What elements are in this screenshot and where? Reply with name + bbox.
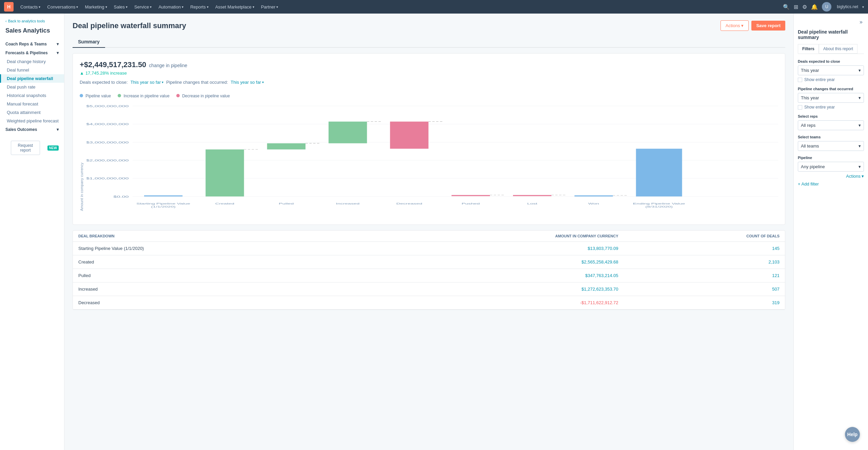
svg-text:(1/1/2020): (1/1/2020) bbox=[151, 206, 176, 208]
stat-value: +$2,449,517,231.50 bbox=[80, 60, 146, 69]
row-label: Pulled bbox=[73, 269, 353, 282]
table-row: Increased $1,272,623,353.70 507 bbox=[73, 282, 785, 296]
svg-text:$3,000,000,000: $3,000,000,000 bbox=[86, 141, 129, 144]
legend-dot-green bbox=[118, 94, 121, 97]
account-chevron-icon: ▾ bbox=[862, 5, 864, 9]
sidebar-section-coach-reps[interactable]: Coach Reps & Teams ▾ bbox=[0, 40, 64, 48]
nav-conversations[interactable]: Conversations ▾ bbox=[44, 3, 81, 11]
rp-pipeline-select[interactable]: Any pipeline ▾ bbox=[798, 162, 864, 172]
expand-panel-button[interactable]: » bbox=[858, 18, 864, 26]
back-link[interactable]: ‹ Back to analytics tools bbox=[0, 19, 64, 27]
sidebar-item-manual-forecast[interactable]: Manual forecast bbox=[0, 100, 64, 108]
row-amount: $347,763,214.05 bbox=[353, 269, 624, 282]
svg-text:Pushed: Pushed bbox=[461, 202, 480, 205]
row-count: 319 bbox=[624, 296, 785, 310]
nav-reports[interactable]: Reports ▾ bbox=[188, 3, 211, 11]
rp-show-entire-year-2-row: Show entire year bbox=[798, 105, 864, 110]
sidebar-item-deal-push-rate[interactable]: Deal push rate bbox=[0, 83, 64, 91]
save-report-button[interactable]: Save report bbox=[751, 21, 785, 31]
rp-actions-link[interactable]: Actions ▾ bbox=[798, 174, 864, 179]
sidebar-item-historical-snapshots[interactable]: Historical snapshots bbox=[0, 91, 64, 100]
row-count: 2,103 bbox=[624, 255, 785, 269]
nav-automation[interactable]: Automation ▾ bbox=[156, 3, 186, 11]
hubspot-logo[interactable]: H bbox=[4, 2, 14, 12]
rp-tab-filters[interactable]: Filters bbox=[798, 44, 819, 54]
rp-add-filter-button[interactable]: + Add filter bbox=[798, 181, 864, 187]
tab-summary[interactable]: Summary bbox=[73, 36, 105, 48]
sidebar-item-deal-pipeline-waterfall[interactable]: Deal pipeline waterfall bbox=[0, 74, 64, 83]
chevron-down-icon: ▾ bbox=[741, 23, 744, 28]
chevron-down-icon: ▾ bbox=[39, 5, 40, 9]
main-content: Deal pipeline waterfall summary Actions … bbox=[64, 14, 793, 450]
sidebar-section-sales-outcomes[interactable]: Sales Outcomes ▾ bbox=[0, 125, 64, 134]
filter-occurred[interactable]: This year so far ▾ bbox=[231, 80, 264, 85]
apps-icon[interactable]: ⊞ bbox=[794, 4, 798, 10]
show-entire-year-2-checkbox[interactable] bbox=[798, 105, 802, 110]
svg-rect-36 bbox=[636, 149, 682, 197]
rp-tab-about[interactable]: About this report bbox=[819, 44, 857, 54]
avatar[interactable]: U bbox=[822, 2, 831, 12]
sidebar-item-deal-funnel[interactable]: Deal funnel bbox=[0, 66, 64, 74]
chevron-down-icon: ▾ bbox=[862, 174, 864, 179]
new-badge: NEW bbox=[47, 145, 59, 151]
help-button[interactable]: Help bbox=[845, 427, 860, 442]
chevron-icon: ▾ bbox=[57, 42, 59, 46]
sidebar-item-deal-change-history[interactable]: Deal change history bbox=[0, 57, 64, 66]
sidebar-item-weighted-pipeline-forecast[interactable]: Weighted pipeline forecast bbox=[0, 117, 64, 125]
actions-button[interactable]: Actions ▾ bbox=[721, 20, 749, 31]
deal-breakdown-table: DEAL BREAKDOWN AMOUNT IN COMPANY CURRENC… bbox=[73, 231, 785, 310]
page-title: Deal pipeline waterfall summary bbox=[73, 21, 186, 30]
nav-contacts[interactable]: Contacts ▾ bbox=[18, 3, 43, 11]
nav-service[interactable]: Service ▾ bbox=[132, 3, 154, 11]
chevron-down-icon: ▾ bbox=[262, 80, 264, 84]
svg-text:Created: Created bbox=[215, 202, 234, 205]
request-report-button[interactable]: Request report bbox=[11, 141, 40, 155]
table-row: Starting Pipeline Value (1/1/2020) $13,8… bbox=[73, 242, 785, 255]
stat-label: change in pipeline bbox=[149, 63, 187, 68]
legend-decrease: Decrease in pipeline value bbox=[176, 94, 230, 98]
filter-prefix: Deals expected to close: bbox=[80, 80, 128, 85]
legend-dot-pink bbox=[176, 94, 180, 97]
nav-sales[interactable]: Sales ▾ bbox=[111, 3, 131, 11]
rp-select-teams-select[interactable]: All teams ▾ bbox=[798, 141, 864, 151]
nav-partner[interactable]: Partner ▾ bbox=[258, 3, 281, 11]
svg-text:Won: Won bbox=[588, 202, 599, 205]
row-label: Decreased bbox=[73, 296, 353, 310]
svg-rect-27 bbox=[452, 195, 490, 196]
table-row: Decreased -$1,711,622,912.72 319 bbox=[73, 296, 785, 310]
rp-deals-expected-select[interactable]: This year ▾ bbox=[798, 65, 864, 75]
show-entire-year-1-checkbox[interactable] bbox=[798, 78, 802, 82]
sidebar: ‹ Back to analytics tools Sales Analytic… bbox=[0, 14, 64, 450]
chevron-down-icon: ▾ bbox=[162, 80, 163, 84]
chevron-down-icon: ▾ bbox=[207, 5, 209, 9]
domain-label: biglytics.net bbox=[837, 4, 858, 9]
header-actions: Actions ▾ Save report bbox=[721, 20, 785, 31]
rp-select-reps-label: Select reps bbox=[798, 114, 864, 118]
sidebar-item-quota-attainment[interactable]: Quota attainment bbox=[0, 108, 64, 117]
svg-text:Increased: Increased bbox=[336, 202, 360, 205]
row-amount: $13,803,770.09 bbox=[353, 242, 624, 255]
chevron-down-icon: ▾ bbox=[276, 5, 278, 9]
legend-dot-blue bbox=[80, 94, 83, 97]
svg-text:Ending Pipeline Value: Ending Pipeline Value bbox=[633, 202, 685, 205]
search-icon[interactable]: 🔍 bbox=[783, 4, 790, 10]
row-amount: $2,565,258,429.68 bbox=[353, 255, 624, 269]
row-count: 121 bbox=[624, 269, 785, 282]
right-panel-tabs: Filters About this report bbox=[798, 44, 864, 54]
nav-marketing[interactable]: Marketing ▾ bbox=[82, 3, 110, 11]
rp-pipeline-changes-select[interactable]: This year ▾ bbox=[798, 93, 864, 103]
rp-select-reps-select[interactable]: All reps ▾ bbox=[798, 120, 864, 130]
chevron-down-icon: ▾ bbox=[150, 5, 152, 9]
notification-icon[interactable]: 🔔 bbox=[811, 4, 818, 10]
sidebar-section-forecasts[interactable]: Forecasts & Pipelines ▾ bbox=[0, 48, 64, 57]
chevron-down-icon: ▾ bbox=[859, 95, 861, 100]
chevron-down-icon: ▾ bbox=[126, 5, 127, 9]
nav-asset-marketplace[interactable]: Asset Marketplace ▾ bbox=[213, 3, 257, 11]
filter-expected-close[interactable]: This year so far ▾ bbox=[131, 80, 164, 85]
right-panel: » Deal pipeline waterfall summary Filter… bbox=[793, 14, 868, 450]
settings-icon[interactable]: ⚙ bbox=[802, 4, 807, 10]
chevron-down-icon: ▾ bbox=[105, 5, 107, 9]
row-label: Increased bbox=[73, 282, 353, 296]
chart-svg: $5,000,000,000 $4,000,000,000 $3,000,000… bbox=[86, 102, 778, 211]
row-label: Starting Pipeline Value (1/1/2020) bbox=[73, 242, 353, 255]
